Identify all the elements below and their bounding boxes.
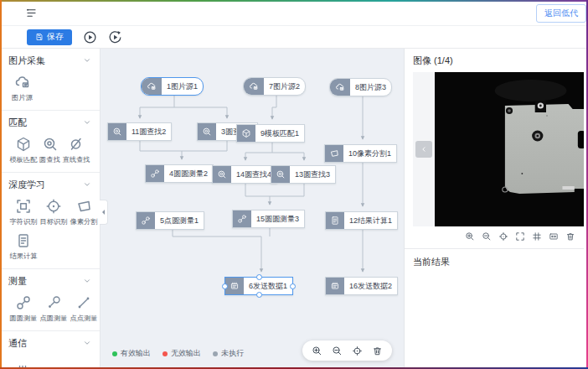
run-continuous-icon[interactable] bbox=[108, 30, 122, 44]
sidebar-item-point-circle-measure[interactable]: 点圆测量 bbox=[39, 294, 69, 324]
node-handle-top[interactable] bbox=[256, 274, 262, 280]
measure-circle-circle-icon bbox=[233, 210, 251, 227]
trash-icon[interactable] bbox=[565, 231, 575, 242]
legend-label: 未执行 bbox=[221, 348, 244, 359]
node-label: 14圆查找4 bbox=[231, 166, 276, 183]
green-dot bbox=[112, 351, 117, 356]
run-once-icon[interactable] bbox=[83, 30, 97, 44]
image-panel-title: 图像 (1/4) bbox=[413, 55, 584, 68]
flow-node-circle-find-3[interactable]: 13圆查找3 bbox=[271, 165, 336, 184]
sidebar-collapse-handle[interactable] bbox=[100, 200, 108, 225]
section-image-capture: 图片采集 图片源 bbox=[0, 49, 100, 111]
previous-image-button[interactable] bbox=[415, 141, 432, 158]
measure-circle-circle-icon bbox=[137, 212, 155, 229]
flow-canvas[interactable]: 1图片源1 7图片源2 8图片源3 11圆查找2 3圆查找1 9模板匹配1 bbox=[101, 49, 405, 369]
flow-node-send-data-1[interactable]: 6发送数据1 bbox=[224, 277, 293, 295]
item-label: 字符识别 bbox=[9, 217, 37, 227]
section-title: 匹配 bbox=[8, 117, 27, 129]
flow-node-circle-circle-measure-2[interactable]: 4圆圆测量2 bbox=[145, 164, 214, 183]
zoom-in-icon[interactable] bbox=[312, 346, 322, 356]
image-result-panel: 图像 (1/4) bbox=[405, 49, 588, 369]
section-title: 测量 bbox=[8, 275, 27, 288]
zoom-out-icon[interactable] bbox=[482, 231, 492, 242]
center-locate-icon[interactable] bbox=[352, 346, 363, 356]
flow-node-result-calc-1[interactable]: 12结果计算1 bbox=[325, 211, 398, 230]
item-label: 像素分割 bbox=[70, 217, 97, 227]
item-label: 图片源 bbox=[12, 93, 33, 103]
chevron-down-icon[interactable] bbox=[83, 339, 91, 347]
tool-sidebar: 图片采集 图片源 匹配 模板匹配 bbox=[0, 49, 101, 369]
chevron-down-icon[interactable] bbox=[83, 56, 91, 65]
item-label: 圆查找 bbox=[39, 155, 60, 165]
fit-view-icon[interactable] bbox=[549, 231, 559, 242]
save-button-label: 保存 bbox=[47, 31, 64, 43]
inspection-image[interactable] bbox=[435, 72, 584, 226]
measure-circle-circle-icon bbox=[15, 294, 32, 311]
flow-node-send-data-2[interactable]: 16发送数据2 bbox=[325, 277, 398, 295]
item-label: 目标识别 bbox=[39, 217, 67, 227]
sidebar-item-send-data[interactable] bbox=[8, 363, 36, 369]
section-header[interactable]: 通信 bbox=[8, 336, 91, 350]
sidebar-item-object-detect[interactable]: 目标识别 bbox=[39, 198, 69, 227]
image-viewer bbox=[413, 72, 584, 226]
trash-icon[interactable] bbox=[372, 346, 383, 356]
cloud-image-icon bbox=[142, 78, 162, 95]
status-legend: 有效输出 无效输出 未执行 bbox=[112, 348, 244, 359]
flow-node-image-source-1[interactable]: 1图片源1 bbox=[141, 77, 204, 96]
send-device-icon bbox=[326, 278, 344, 294]
sidebar-item-image-source[interactable]: 图片源 bbox=[8, 74, 36, 103]
flow-node-circle-find-4[interactable]: 14圆查找4 bbox=[212, 165, 277, 184]
document-icon bbox=[326, 212, 344, 229]
chevron-down-icon[interactable] bbox=[83, 180, 91, 189]
sidebar-item-circle-circle-measure[interactable]: 圆圆测量 bbox=[8, 294, 39, 324]
sidebar-item-template-match[interactable]: 模板匹配 bbox=[8, 136, 39, 165]
send-device-icon bbox=[225, 278, 244, 294]
fullscreen-icon[interactable] bbox=[515, 231, 525, 242]
section-header[interactable]: 图片采集 bbox=[8, 54, 91, 67]
node-label: 13圆查找3 bbox=[290, 166, 335, 183]
save-button[interactable]: 保存 bbox=[27, 29, 72, 45]
node-handle-left[interactable] bbox=[222, 283, 228, 289]
section-header[interactable]: 深度学习 bbox=[8, 178, 91, 191]
sidebar-item-line-find[interactable]: 直线查找 bbox=[61, 136, 91, 165]
workflow-list-icon[interactable] bbox=[25, 7, 38, 19]
chevron-down-icon[interactable] bbox=[83, 118, 91, 127]
flow-node-circle-find-2[interactable]: 11圆查找2 bbox=[107, 122, 172, 141]
section-header[interactable]: 测量 bbox=[8, 274, 91, 288]
flow-node-pixel-segmentation-1[interactable]: 10像素分割1 bbox=[324, 144, 397, 163]
sidebar-item-ocr[interactable]: 字符识别 bbox=[8, 198, 39, 227]
flow-node-image-source-2[interactable]: 7图片源2 bbox=[243, 77, 306, 96]
circle-find-icon bbox=[42, 136, 59, 153]
zoom-out-icon[interactable] bbox=[332, 346, 343, 356]
measure-circle-circle-icon bbox=[146, 165, 164, 182]
item-label: 圆圆测量 bbox=[9, 314, 37, 324]
zoom-in-icon[interactable] bbox=[465, 231, 475, 242]
canvas-zoom-toolbar bbox=[302, 340, 392, 361]
node-label: 1图片源1 bbox=[162, 78, 203, 95]
cube-icon bbox=[237, 125, 255, 142]
section-header[interactable]: 匹配 bbox=[8, 116, 91, 129]
circle-find-icon bbox=[271, 166, 290, 183]
sidebar-item-circle-find[interactable]: 圆查找 bbox=[39, 136, 61, 165]
chevron-down-icon[interactable] bbox=[83, 277, 91, 285]
flow-node-image-source-3[interactable]: 8图片源3 bbox=[329, 78, 392, 96]
send-device-icon bbox=[14, 363, 31, 369]
chevron-left-icon bbox=[420, 144, 427, 154]
save-icon bbox=[35, 33, 44, 41]
flow-node-circle-circle-measure-3[interactable]: 15圆圆测量3 bbox=[232, 210, 305, 228]
sidebar-item-result-calc[interactable]: 结果计算 bbox=[8, 232, 39, 262]
node-handle-right[interactable] bbox=[290, 283, 296, 289]
sidebar-item-pixel-segmentation[interactable]: 像素分割 bbox=[69, 198, 99, 227]
legend-not-executed: 未执行 bbox=[213, 348, 244, 359]
sidebar-item-point-point-measure[interactable]: 点点测量 bbox=[69, 294, 99, 324]
flow-node-template-match-1[interactable]: 9模板匹配1 bbox=[236, 124, 305, 143]
grid-icon[interactable] bbox=[532, 231, 542, 242]
polygon-icon bbox=[75, 198, 92, 215]
section-matching: 匹配 模板匹配 圆查找 直线查找 bbox=[0, 111, 100, 173]
cube-icon bbox=[15, 136, 32, 153]
center-locate-icon[interactable] bbox=[498, 231, 508, 242]
node-handle-bottom[interactable] bbox=[256, 292, 262, 298]
flow-node-point-circle-measure-1[interactable]: 5点圆测量1 bbox=[136, 211, 204, 230]
image-nav-strip bbox=[413, 72, 435, 226]
back-to-lowcode-button[interactable]: 返回低代 bbox=[536, 4, 586, 23]
